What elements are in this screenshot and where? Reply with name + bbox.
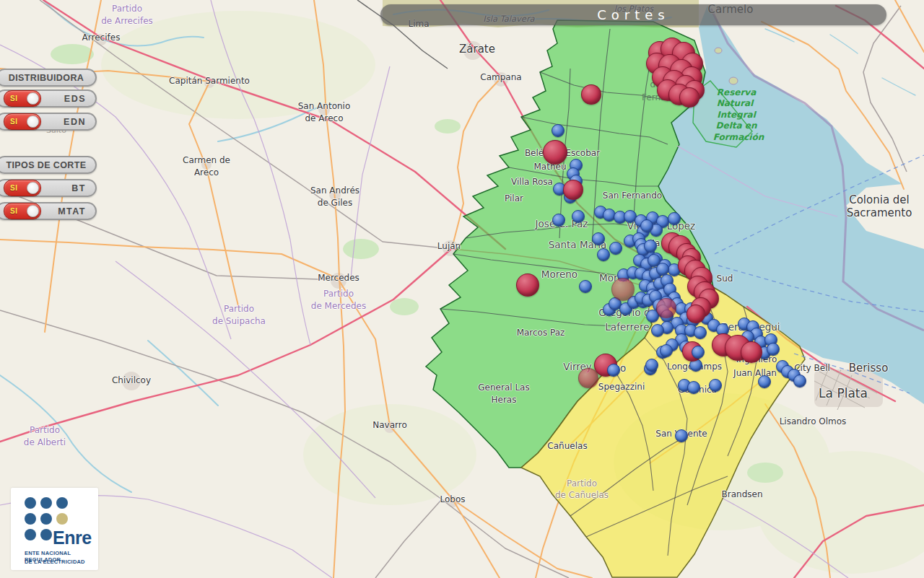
toggle-row-bt: SI BT [0,179,97,197]
outage-marker-bt[interactable] [640,219,653,232]
outage-marker-mtat[interactable] [578,368,598,388]
bt-toggle[interactable]: SI [4,180,41,196]
page-title: Cortes [597,7,670,22]
outage-marker-bt[interactable] [767,343,780,356]
toggle-state-label: SI [10,118,17,126]
outage-marker-mtat[interactable] [563,180,583,200]
toggle-row-label: MTAT [41,206,95,216]
outage-marker-bt[interactable] [660,344,673,357]
toggle-row-label: EDN [41,117,95,127]
toggle-knob[interactable] [27,115,39,128]
toggle-knob[interactable] [27,205,39,217]
map-title-bar: Cortes [380,4,886,25]
outage-marker-bt[interactable] [579,280,592,293]
outage-marker-bt[interactable] [607,364,620,377]
outage-marker-mtat[interactable] [679,87,699,108]
outage-marker-mtat[interactable] [687,305,705,323]
toggle-row-label: BT [41,183,95,193]
enre-logo-wordmark: Enre [53,527,92,548]
section-header-distribuidora: DISTRIBUIDORA [0,69,97,87]
outage-marker-mtat[interactable] [516,273,539,297]
outage-markers-layer [0,0,924,578]
toggle-row-label: EDS [41,94,95,104]
outage-marker-bt[interactable] [687,381,700,394]
outage-marker-bt[interactable] [597,248,610,261]
outage-marker-mtat[interactable] [581,84,601,105]
toggle-state-label: SI [10,207,17,215]
outage-marker-bt[interactable] [668,212,681,225]
outage-marker-bt[interactable] [572,210,585,223]
outage-marker-bt[interactable] [675,429,688,442]
eds-toggle[interactable]: SI [4,90,41,107]
outage-marker-bt[interactable] [694,326,707,339]
mtat-toggle[interactable]: SI [4,203,41,219]
outage-marker-bt[interactable] [692,346,705,359]
toggle-knob[interactable] [27,182,39,194]
toggle-state-label: SI [10,184,17,192]
outage-map-app: Carmelolos PlatosIsla TalaveraLimaZárate… [0,0,924,578]
outage-marker-mtat[interactable] [543,140,567,165]
outage-marker-bt[interactable] [758,375,771,388]
outage-marker-bt[interactable] [609,242,622,255]
section-header-tipos-de-corte: TIPOS DE CORTE [0,156,97,174]
outage-marker-bt[interactable] [644,240,657,253]
toggle-row-edn: SI EDN [0,113,97,131]
outage-marker-mtat[interactable] [656,298,676,318]
outage-marker-bt[interactable] [552,214,565,227]
enre-logo-tagline-2: DE LA ELECTRICIDAD [25,559,85,565]
outage-marker-bt[interactable] [709,379,722,392]
toggle-state-label: SI [10,95,17,102]
edn-toggle[interactable]: SI [4,113,41,130]
toggle-row-eds: SI EDS [0,89,97,108]
toggle-row-mtat: SI MTAT [0,202,97,220]
outage-marker-bt[interactable] [645,359,658,372]
outage-marker-bt[interactable] [651,324,664,337]
section-header-label: DISTRIBUIDORA [9,73,84,83]
enre-logo: Enre ENTE NACIONAL REGULADOR DE LA ELECT… [11,488,98,570]
section-header-label: TIPOS DE CORTE [6,160,86,170]
outage-marker-bt[interactable] [552,124,565,137]
outage-marker-mtat[interactable] [741,341,762,363]
outage-marker-bt[interactable] [592,232,605,245]
toggle-knob[interactable] [27,92,39,105]
outage-marker-mtat[interactable] [611,278,635,301]
outage-marker-bt[interactable] [793,375,806,387]
